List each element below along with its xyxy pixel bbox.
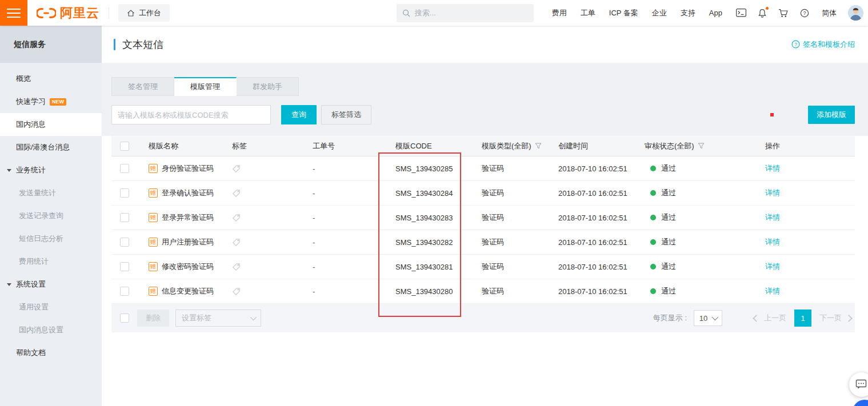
cart-icon[interactable] (778, 9, 789, 18)
topnav-search-input[interactable]: 搜索... (397, 4, 534, 22)
help-icon[interactable]: ? (800, 9, 809, 18)
table-row: 赠修改密码验证码-SMS_139430281验证码2018-07-10 16:0… (111, 255, 855, 279)
template-type-cell: 验证码 (473, 212, 550, 223)
template-name-cell: 赠信息变更验证码 (140, 286, 223, 296)
tag-icon[interactable] (232, 189, 241, 198)
sidebar-item[interactable]: 业务统计 (0, 159, 102, 182)
ticket-cell: - (304, 263, 387, 271)
detail-link[interactable]: 详情 (765, 163, 780, 174)
row-checkbox[interactable] (120, 238, 129, 247)
sidebar-item[interactable]: 短信日志分析 (0, 227, 102, 250)
filter-icon[interactable] (698, 143, 705, 149)
aliyun-logo[interactable]: 阿里云 (37, 5, 99, 22)
chevron-down-icon (250, 314, 257, 320)
topnav-item[interactable]: 企业 (652, 8, 667, 18)
locale-switch[interactable]: 简体 (822, 8, 837, 18)
tab-active[interactable]: 模版管理 (174, 77, 237, 96)
ticket-cell: - (304, 214, 387, 222)
sidebar-item-label: 国际/港澳台消息 (16, 142, 70, 152)
page-size-label: 每页显示 : (653, 313, 687, 323)
hamburger-menu-button[interactable] (0, 0, 27, 26)
row-checkbox-cell (111, 262, 140, 271)
template-name: 修改密码验证码 (162, 262, 214, 272)
sidebar-item[interactable]: 概览 (0, 67, 102, 90)
row-checkbox[interactable] (120, 287, 129, 296)
sidebar-item[interactable]: 国际/港澳台消息 (0, 136, 102, 159)
tag-icon[interactable] (232, 287, 241, 296)
template-type-cell: 验证码 (473, 163, 550, 174)
console-terminal-icon[interactable] (736, 9, 746, 17)
table-header: 模版名称标签工单号模版CODE模版类型(全部)创建时间审核状态(全部)操作 (111, 136, 855, 156)
notification-bell-icon[interactable] (758, 9, 767, 18)
status-label: 通过 (661, 212, 676, 223)
detail-link[interactable]: 详情 (765, 237, 780, 247)
next-page-arrow-icon[interactable] (845, 315, 853, 322)
footer-select-all-checkbox[interactable] (120, 313, 129, 323)
status-pass-dot (650, 166, 656, 171)
row-checkbox[interactable] (120, 188, 129, 198)
topnav-item[interactable]: App (709, 9, 722, 17)
sidebar-item[interactable]: 国内消息 (0, 113, 102, 136)
table-row: 赠登录确认验证码-SMS_139430284验证码2018-07-10 16:0… (111, 181, 855, 206)
page-size-select[interactable]: 10 (694, 310, 722, 326)
prev-page-button[interactable]: 上一页 (764, 313, 786, 323)
tab-item[interactable]: 群发助手 (237, 77, 299, 96)
detail-link[interactable]: 详情 (765, 212, 780, 223)
ticket-cell: - (304, 164, 387, 173)
row-checkbox[interactable] (120, 262, 129, 271)
template-name-cell: 赠用户注册验证码 (140, 237, 223, 247)
sidebar-item[interactable]: 通用设置 (0, 296, 102, 319)
status-label: 通过 (661, 262, 676, 272)
main-content: 文本短信 ? 签名和模板介绍 签名管理模版管理群发助手 查询 标签筛选 添加模版… (102, 26, 868, 406)
topnav-item[interactable]: ICP 备案 (609, 8, 638, 18)
tag-icon[interactable] (232, 238, 241, 247)
tag-filter-button[interactable]: 标签筛选 (321, 105, 371, 124)
tab-item[interactable]: 签名管理 (111, 77, 174, 96)
set-tag-select[interactable]: 设置标签 (175, 309, 261, 327)
detail-link[interactable]: 详情 (765, 286, 780, 296)
topnav-item[interactable]: 工单 (581, 8, 595, 18)
filter-icon[interactable] (535, 143, 542, 149)
template-name-cell: 赠修改密码验证码 (140, 262, 223, 272)
template-code-cell: SMS_139430280 (387, 287, 473, 296)
topnav-item[interactable]: 费用 (552, 8, 567, 18)
sidebar-item[interactable]: 发送量统计 (0, 182, 102, 204)
signature-template-intro-link[interactable]: ? 签名和模板介绍 (791, 39, 855, 50)
sidebar-item[interactable]: 国内消息设置 (0, 319, 102, 341)
set-tag-label: 设置标签 (182, 313, 211, 323)
prev-page-arrow-icon[interactable] (753, 315, 760, 322)
sidebar-item-label: 发送记录查询 (19, 211, 63, 221)
table-body: 赠身份验证验证码-SMS_139430285验证码2018-07-10 16:0… (111, 156, 855, 304)
help-circle-icon: ? (791, 40, 800, 49)
sidebar-item[interactable]: 帮助文档 (0, 341, 102, 364)
sidebar-item[interactable]: 快速学习NEW (0, 90, 102, 113)
current-page-button[interactable]: 1 (794, 309, 811, 327)
template-name: 登录异常验证码 (162, 212, 214, 223)
delete-button[interactable]: 删除 (137, 309, 169, 327)
detail-link[interactable]: 详情 (765, 188, 780, 198)
template-type-cell: 验证码 (473, 237, 550, 247)
tag-icon[interactable] (232, 263, 241, 271)
template-search-input[interactable] (111, 105, 271, 124)
column-header: 审核状态(全部) (636, 141, 757, 151)
sidebar-item[interactable]: 费用统计 (0, 250, 102, 273)
query-button[interactable]: 查询 (281, 105, 317, 124)
workbench-button[interactable]: 工作台 (118, 4, 170, 22)
row-checkbox[interactable] (120, 164, 129, 173)
row-checkbox[interactable] (120, 213, 129, 222)
avatar[interactable] (848, 5, 863, 21)
status-pass-dot (650, 288, 656, 294)
topnav-item[interactable]: 支持 (681, 8, 695, 18)
detail-link[interactable]: 详情 (765, 262, 780, 272)
tag-icon[interactable] (232, 164, 241, 173)
action-cell: 详情 (757, 163, 855, 174)
sidebar-item[interactable]: 系统设置 (0, 273, 102, 296)
add-template-button[interactable]: 添加模版 (808, 106, 855, 124)
next-page-button[interactable]: 下一页 (819, 313, 842, 323)
gift-template-icon: 赠 (149, 238, 158, 247)
tag-cell (223, 238, 304, 247)
gift-template-icon: 赠 (149, 164, 158, 173)
select-all-checkbox[interactable] (120, 142, 129, 151)
tag-icon[interactable] (232, 214, 241, 222)
sidebar-item[interactable]: 发送记录查询 (0, 204, 102, 227)
